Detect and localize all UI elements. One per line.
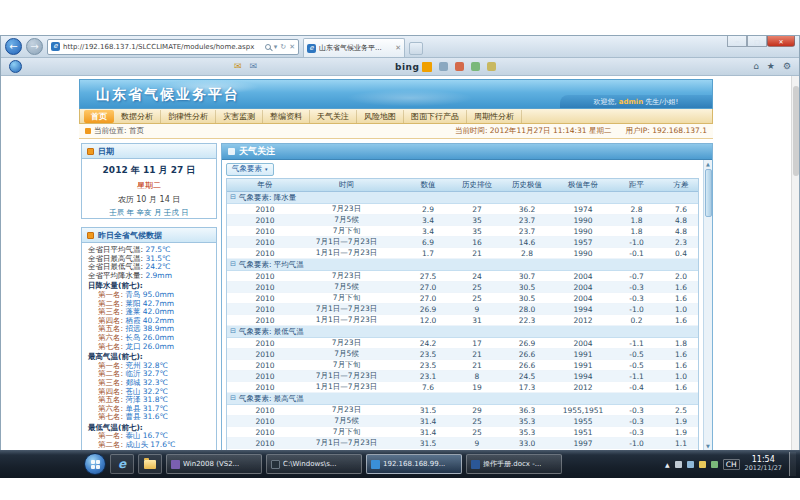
- show-desktop-button[interactable]: [789, 452, 796, 476]
- tray-expand-icon[interactable]: ▲: [665, 461, 670, 468]
- taskbar-explorer-icon[interactable]: [138, 454, 162, 474]
- group-header[interactable]: ⊟ 气象要素: 最高气温: [227, 393, 698, 405]
- table-row[interactable]: 2010 1月1日—7月23日 12.0 31 22.3 2012 0.2: [227, 315, 698, 326]
- tray-icon-2[interactable]: [687, 461, 694, 468]
- bing-search-icon[interactable]: [422, 62, 432, 72]
- group-header[interactable]: ⊟ 气象要素: 降水量: [227, 192, 698, 204]
- nav-item[interactable]: 韵律性分析: [161, 110, 216, 123]
- taskbar-window-button[interactable]: 操作手册.docx -...: [466, 454, 562, 474]
- table-cell: -1.1: [614, 339, 659, 348]
- table-row[interactable]: 2010 7月1日—7月23日 6.9 16 14.6 1957 -1.0: [227, 237, 698, 248]
- table-row[interactable]: 2010 1月1日—7月23日 7.6 19 17.3 2012 -0.4: [227, 382, 698, 393]
- minimize-button[interactable]: ─: [727, 36, 747, 47]
- nav-item[interactable]: 图面下行产品: [404, 110, 467, 123]
- tab-close-icon[interactable]: ✕: [395, 44, 401, 52]
- table-row[interactable]: 2010 1月1日—7月23日 1.7 21 2.8 1990 -0.1: [227, 248, 698, 259]
- tools-icon[interactable]: ⚙: [783, 62, 791, 71]
- nav-item[interactable]: 风险地图: [357, 110, 404, 123]
- table-row[interactable]: 2010 7月1日—7月23日 26.9 9 28.0 1994 -1.0: [227, 304, 698, 315]
- table-cell: 22.3: [502, 316, 552, 325]
- language-indicator[interactable]: CH: [723, 459, 740, 470]
- maximize-button[interactable]: □: [747, 36, 767, 47]
- browser-tab[interactable]: e 山东省气候业务平... ✕: [303, 38, 405, 57]
- collapse-icon[interactable]: ⊟: [230, 194, 236, 201]
- group-header[interactable]: ⊟ 气象要素: 平均气温: [227, 259, 698, 271]
- table-row[interactable]: 2010 7月5候 31.4 25 35.3 1955 -0.3: [227, 416, 698, 427]
- table-row[interactable]: 2010 7月5候 3.4 35 23.7 1990 1.8 4: [227, 215, 698, 226]
- panel-scrollbar[interactable]: ▲ ▼: [703, 160, 712, 450]
- toolbar-icon-4[interactable]: [487, 62, 496, 71]
- nav-item[interactable]: 整编资料: [263, 110, 310, 123]
- column-header[interactable]: 年份: [241, 180, 289, 190]
- table-cell: 2010: [241, 439, 289, 448]
- scroll-up-icon[interactable]: ▲: [706, 160, 710, 168]
- nav-item[interactable]: 周期性分析: [467, 110, 522, 123]
- home-icon[interactable]: ⌂: [753, 62, 759, 71]
- column-header[interactable]: 极值年份: [552, 180, 614, 190]
- table-row[interactable]: 2010 7月5候 27.0 25 30.5 2004 -0.3: [227, 282, 698, 293]
- tray-icon-3[interactable]: [699, 461, 706, 468]
- bing-search[interactable]: bing: [395, 62, 432, 72]
- forward-button[interactable]: →: [26, 38, 43, 55]
- tray-icon-1[interactable]: [675, 461, 682, 468]
- rank-section: 日降水量(前七): 第一名: 青岛 95.0mm 第二名: 莱阳 42.7mm …: [88, 282, 213, 351]
- back-button[interactable]: ←: [5, 38, 22, 55]
- stop-icon[interactable]: ✕: [289, 43, 295, 51]
- breadcrumb-bar: 当前位置: 首页 当前时间: 2012年11月27日 11:14:31 星期二 …: [79, 124, 713, 139]
- filter-toolbar: 气象要素 ▾: [222, 160, 703, 178]
- column-header[interactable]: 数值: [404, 180, 452, 190]
- scroll-down-icon[interactable]: ▼: [706, 442, 710, 450]
- address-bar[interactable]: e http://192.168.137.1/SLCCLIMATE/module…: [47, 39, 299, 55]
- taskbar-window-button[interactable]: C:\Windows\s...: [266, 454, 362, 474]
- collapse-icon[interactable]: ⊟: [230, 395, 236, 402]
- column-header[interactable]: 方差: [659, 180, 703, 190]
- favorites-icon[interactable]: ★: [767, 62, 775, 71]
- column-header[interactable]: 距平: [614, 180, 659, 190]
- toolbar-icon-1[interactable]: [439, 62, 448, 71]
- mail2-icon[interactable]: ✉: [250, 62, 258, 71]
- column-header[interactable]: 历史极值: [502, 180, 552, 190]
- network-icon[interactable]: [711, 461, 718, 468]
- chevron-down-icon[interactable]: ▾: [274, 43, 278, 51]
- table-row[interactable]: 2010 7月23日 31.5 29 36.3 1955,1951 -0.3: [227, 405, 698, 416]
- search-icon[interactable]: [265, 44, 271, 50]
- table-row[interactable]: 2010 7月下旬 31.4 25 35.3 1951 -0.3: [227, 427, 698, 438]
- table-row[interactable]: 2010 7月5候 23.5 21 26.6 1991 -0.5: [227, 349, 698, 360]
- toolbar-logo-icon[interactable]: [9, 60, 22, 73]
- taskbar-clock[interactable]: 11:54 2012/11/27: [745, 455, 784, 472]
- collapse-icon[interactable]: ⊟: [230, 328, 236, 335]
- table-row[interactable]: 2010 7月下旬 3.4 35 23.7 1990 1.8 4: [227, 226, 698, 237]
- mail-icon[interactable]: ✉: [234, 62, 242, 71]
- group-title: 气象要素: 降水量: [239, 193, 296, 203]
- table-row[interactable]: 2010 7月下旬 23.5 21 26.6 1991 -0.5: [227, 360, 698, 371]
- new-tab-button[interactable]: [409, 42, 423, 55]
- close-button[interactable]: ✕: [767, 36, 795, 47]
- table-row[interactable]: 2010 7月23日 24.2 17 26.9 2004 -1.1: [227, 338, 698, 349]
- nav-item[interactable]: 天气关注: [310, 110, 357, 123]
- rank-label: 第七名:: [98, 412, 123, 421]
- taskbar-window-button[interactable]: 192.168.168.99...: [366, 454, 462, 474]
- column-header[interactable]: 时间: [289, 180, 404, 190]
- toolbar-icon-3[interactable]: [471, 62, 480, 71]
- group-header[interactable]: ⊟ 气象要素: 最低气温: [227, 326, 698, 338]
- nav-item[interactable]: 灾害监测: [216, 110, 263, 123]
- taskbar-ie-icon[interactable]: e: [110, 454, 134, 474]
- table-row[interactable]: 2010 7月1日—7月23日 23.1 8 24.5 1994 -1.1: [227, 371, 698, 382]
- refresh-icon[interactable]: ↻: [280, 43, 286, 51]
- nav-item[interactable]: 数据分析: [114, 110, 161, 123]
- taskbar-window-button[interactable]: Win2008 (VS2...: [166, 454, 262, 474]
- table-row[interactable]: 2010 7月1日—7月23日 31.5 9 33.0 1997 -1.0: [227, 438, 698, 449]
- collapse-icon[interactable]: ⊟: [230, 261, 236, 268]
- toolbar-icon-2[interactable]: [455, 62, 464, 71]
- browser-scrollbar[interactable]: [791, 76, 799, 450]
- element-filter-button[interactable]: 气象要素 ▾: [226, 163, 274, 176]
- scrollbar-thumb[interactable]: [705, 169, 712, 217]
- table-row[interactable]: 2010 7月23日 2.9 27 36.2 1974 2.8: [227, 204, 698, 215]
- table-row[interactable]: 2010 7月23日 27.5 24 30.7 2004 -0.7: [227, 271, 698, 282]
- start-button[interactable]: [84, 453, 106, 475]
- table-cell: 2012: [552, 316, 614, 325]
- nav-item[interactable]: 首页: [84, 110, 114, 123]
- browser-scrollbar-thumb[interactable]: [793, 86, 799, 176]
- column-header[interactable]: 历史排位: [452, 180, 502, 190]
- table-row[interactable]: 2010 7月下旬 27.0 25 30.5 2004 -0.3: [227, 293, 698, 304]
